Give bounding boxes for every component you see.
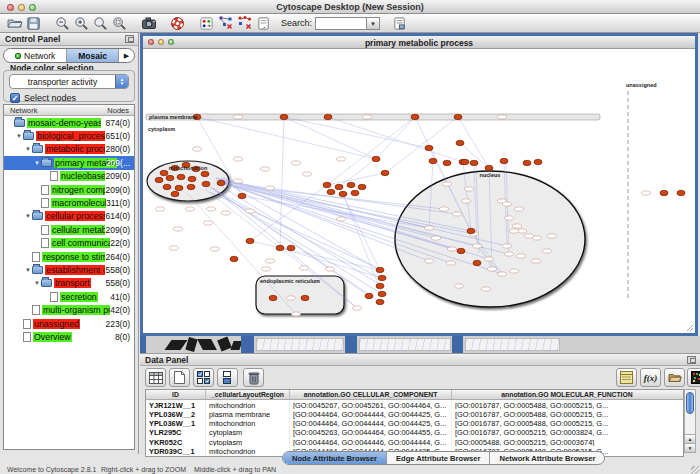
network-node-highlighted[interactable] bbox=[177, 174, 185, 179]
network-node-unselected[interactable] bbox=[504, 252, 513, 256]
network-node-highlighted[interactable] bbox=[456, 140, 464, 145]
network-node-unselected[interactable] bbox=[532, 236, 541, 240]
tree-row[interactable]: mosaic-demo-yeast874(0) bbox=[4, 116, 134, 129]
tree-row[interactable]: ▼metabolic process280(0) bbox=[4, 143, 134, 156]
table-row[interactable]: YKR052Ccytoplasm[GO:0044464, GO:0044446,… bbox=[146, 437, 683, 446]
formula-button[interactable]: f(x) bbox=[640, 368, 661, 387]
resize-grip-icon[interactable] bbox=[691, 466, 699, 474]
tree-row[interactable]: ▼biological_process651(0) bbox=[4, 129, 134, 142]
annotation-button[interactable] bbox=[390, 15, 409, 32]
network-node-highlighted[interactable] bbox=[301, 295, 309, 300]
network-node-highlighted[interactable] bbox=[365, 293, 373, 298]
network-node-unselected[interactable] bbox=[233, 179, 242, 183]
network-node-unselected[interactable] bbox=[509, 229, 518, 233]
tree-row[interactable]: Overview8(0) bbox=[4, 330, 134, 343]
network-node-highlighted[interactable] bbox=[269, 295, 277, 300]
network-edge[interactable] bbox=[197, 117, 376, 159]
network-node-highlighted[interactable] bbox=[376, 267, 384, 272]
canvas-resize-grip-icon[interactable] bbox=[687, 325, 693, 331]
network-edge[interactable] bbox=[284, 117, 429, 148]
network-node-unselected[interactable] bbox=[336, 217, 345, 221]
network-node-highlighted[interactable] bbox=[202, 181, 210, 186]
zoom-out-button[interactable] bbox=[53, 15, 72, 32]
search-dropdown-arrow[interactable]: ▼ bbox=[367, 17, 380, 30]
network-node-highlighted[interactable] bbox=[500, 158, 508, 163]
network-node-unselected[interactable] bbox=[502, 244, 511, 248]
network-node-unselected[interactable] bbox=[504, 216, 513, 220]
tree-row[interactable]: ▼primary metabo209(... bbox=[4, 156, 134, 169]
new-attribute-button[interactable] bbox=[169, 368, 190, 387]
network-node-unselected[interactable] bbox=[512, 224, 521, 228]
save-session-button[interactable] bbox=[24, 15, 43, 32]
network-node-unselected[interactable] bbox=[497, 115, 506, 119]
network-node-unselected[interactable] bbox=[352, 306, 361, 310]
scrollbar-thumb[interactable] bbox=[686, 392, 694, 414]
network-node-highlighted[interactable] bbox=[246, 238, 254, 243]
table-column-header[interactable]: annotation.GO CELLULAR_COMPONENT bbox=[290, 390, 452, 399]
network-node-unselected[interactable] bbox=[203, 221, 212, 225]
search-input[interactable] bbox=[315, 17, 367, 30]
network-edge[interactable] bbox=[250, 241, 380, 270]
network-node-highlighted[interactable] bbox=[347, 182, 355, 187]
network-node-highlighted[interactable] bbox=[339, 191, 347, 196]
network-node-highlighted[interactable] bbox=[467, 228, 475, 233]
network-node-highlighted[interactable] bbox=[188, 176, 196, 181]
zoom-selected-button[interactable] bbox=[110, 15, 129, 32]
network-node-highlighted[interactable] bbox=[677, 190, 685, 195]
network-node-unselected[interactable] bbox=[472, 244, 481, 248]
network-node-unselected[interactable] bbox=[291, 312, 300, 316]
open-attribute-file-button[interactable] bbox=[664, 368, 685, 387]
network-node-unselected[interactable] bbox=[497, 272, 506, 276]
network-node-highlighted[interactable] bbox=[276, 245, 284, 250]
network-node-unselected[interactable] bbox=[424, 259, 433, 263]
network-canvas[interactable]: plasma membranecytoplasmmitochondrionnuc… bbox=[143, 49, 695, 333]
network-node-highlighted[interactable] bbox=[160, 170, 168, 175]
network-node-unselected[interactable] bbox=[454, 284, 463, 288]
network-node-unselected[interactable] bbox=[221, 211, 230, 215]
network-node-highlighted[interactable] bbox=[171, 191, 179, 196]
table-column-header[interactable]: ID bbox=[146, 390, 206, 399]
network-node-unselected[interactable] bbox=[502, 202, 511, 206]
network-node-highlighted[interactable] bbox=[425, 145, 433, 150]
tab-network-attribute-browser[interactable]: Network Attribute Browser bbox=[490, 452, 604, 464]
tree-row[interactable]: cellular metabo209(0) bbox=[4, 223, 134, 236]
search-config-button[interactable] bbox=[254, 15, 273, 32]
network-node-unselected[interactable] bbox=[514, 207, 523, 211]
network-node-highlighted[interactable] bbox=[335, 184, 343, 189]
network-node-highlighted[interactable] bbox=[175, 185, 183, 190]
network-node-highlighted[interactable] bbox=[378, 275, 386, 280]
network-node-highlighted[interactable] bbox=[470, 160, 478, 165]
expander-icon[interactable]: ▼ bbox=[33, 160, 41, 166]
network-node-unselected[interactable] bbox=[362, 115, 371, 119]
network-node-highlighted[interactable] bbox=[238, 193, 246, 198]
network-node-unselected[interactable] bbox=[442, 182, 451, 186]
tree-row[interactable]: cell communicat22(0) bbox=[4, 237, 134, 250]
network-node-unselected[interactable] bbox=[481, 287, 490, 291]
network-node-highlighted[interactable] bbox=[217, 180, 225, 185]
table-column-header[interactable]: annotation.GO MOLECULAR_FUNCTION bbox=[452, 390, 682, 399]
network-node-unselected[interactable] bbox=[210, 247, 219, 251]
import-attributes-button[interactable] bbox=[235, 15, 254, 32]
network-node-highlighted[interactable] bbox=[358, 184, 366, 189]
network-edge[interactable] bbox=[284, 117, 376, 159]
zoom-in-button[interactable] bbox=[72, 15, 91, 32]
network-node-unselected[interactable] bbox=[299, 266, 308, 270]
expander-icon[interactable]: ▼ bbox=[24, 213, 32, 219]
tab-overflow-arrow[interactable]: ▶ bbox=[119, 49, 134, 62]
network-node-unselected[interactable] bbox=[461, 199, 470, 203]
expander-icon[interactable]: ▼ bbox=[15, 133, 23, 139]
network-node-unselected[interactable] bbox=[439, 207, 448, 211]
expander-icon[interactable]: ▼ bbox=[24, 267, 32, 273]
network-node-highlighted[interactable] bbox=[230, 256, 238, 261]
network-node-unselected[interactable] bbox=[291, 161, 300, 165]
scroll-up-button[interactable]: ▲ bbox=[685, 434, 695, 443]
table-row[interactable]: YPL036W__2plasma membrane[GO:0044464, GO… bbox=[146, 409, 683, 418]
network-node-highlighted[interactable] bbox=[429, 158, 437, 163]
network-node-unselected[interactable] bbox=[484, 257, 493, 261]
table-row[interactable]: YLR295Ccytoplasm[GO:0045263, GO:0044464,… bbox=[146, 428, 683, 437]
tree-row[interactable]: response to stimulu264(0) bbox=[4, 250, 134, 263]
network-node-highlighted[interactable] bbox=[287, 245, 295, 250]
table-scrollbar[interactable]: ▲ ▼ bbox=[684, 389, 696, 453]
network-edge[interactable] bbox=[328, 117, 463, 162]
network-node-unselected[interactable] bbox=[516, 254, 525, 258]
